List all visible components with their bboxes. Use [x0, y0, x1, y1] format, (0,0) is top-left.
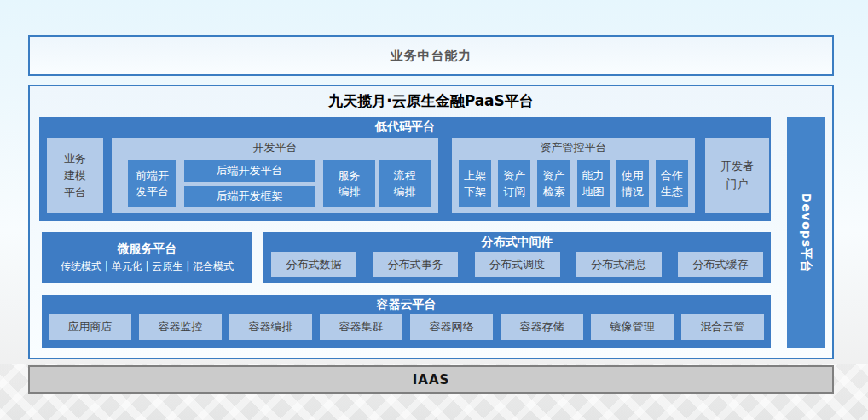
service-orchestration-label: 服务 编排 [339, 168, 361, 201]
lowcode-platform-section: 低代码平台 业务 建模 平台 开发平台 前端开 发平台 [39, 117, 771, 221]
container-item-monitoring: 容器监控 [139, 314, 222, 340]
process-orchestration-box: 流程 编排 [379, 160, 431, 207]
frontend-dev-platform-label: 前端开 发平台 [136, 168, 169, 201]
backend-dev-platform-box: 后端开发平台 [184, 160, 315, 182]
service-orchestration-box: 服务 编排 [323, 160, 375, 207]
asset-control-platform-box: 资产管控平台 上架下架 资产订阅 资产检索 能力地图 使用情况 [452, 138, 695, 213]
middleware-item-data: 分布式数据 [271, 252, 356, 277]
lowcode-platform-title: 低代码平台 [39, 117, 771, 136]
middleware-title: 分布式中间件 [263, 232, 771, 251]
container-item-network: 容器网络 [410, 314, 493, 340]
container-item-image-mgmt: 镜像管理 [591, 314, 674, 340]
container-cloud-section: 容器云平台 应用商店 容器监控 容器编排 容器集群 容器网络 容器存储 镜像管理… [42, 295, 771, 348]
business-modeling-platform-box: 业务 建模 平台 [47, 138, 103, 213]
asset-control-platform-title: 资产管控平台 [452, 138, 695, 157]
process-orchestration-label: 流程 编排 [394, 168, 416, 201]
business-midplatform-label: 业务中台能力 [391, 48, 472, 64]
asset-item-search: 资产检索 [537, 160, 570, 207]
asset-item-usage: 使用情况 [616, 160, 649, 207]
microservice-platform-title: 微服务平台 [118, 242, 177, 257]
microservice-platform-modes: 传统模式 | 单元化 | 云原生 | 混合模式 [61, 260, 234, 274]
container-item-cluster: 容器集群 [320, 314, 402, 340]
middleware-item-messaging: 分布式消息 [576, 252, 662, 277]
container-item-app-store: 应用商店 [49, 314, 131, 340]
asset-item-cooperation: 合作生态 [656, 160, 688, 207]
backend-stack: 后端开发平台 后端开发框架 [184, 160, 315, 207]
asset-item-subscription: 资产订阅 [498, 160, 530, 207]
iaas-label: IAAS [413, 372, 450, 388]
devops-platform-column: Devops平台 [787, 117, 825, 348]
container-item-storage: 容器存储 [501, 314, 583, 340]
container-item-hybrid-cloud: 混合云管 [681, 314, 764, 340]
middleware-item-cache: 分布式缓存 [678, 252, 763, 277]
developer-portal-label: 开发者 门户 [720, 158, 754, 194]
backend-dev-framework-box: 后端开发框架 [184, 186, 315, 207]
business-midplatform-banner: 业务中台能力 [28, 35, 834, 76]
developer-portal-box: 开发者 门户 [705, 138, 769, 213]
middleware-item-transaction: 分布式事务 [373, 252, 458, 277]
business-modeling-platform-label: 业务 建模 平台 [64, 150, 86, 201]
architecture-diagram: 业务中台能力 九天揽月·云原生金融PaaS平台 低代码平台 业务 建模 平台 开… [0, 0, 868, 420]
middleware-section: 分布式中间件 分布式数据 分布式事务 分布式调度 分布式消息 分布式缓存 [263, 232, 771, 283]
microservice-platform-section: 微服务平台 传统模式 | 单元化 | 云原生 | 混合模式 [42, 232, 252, 283]
dev-platform-box: 开发平台 前端开 发平台 后端开发平台 后端开发框架 服务 [112, 138, 438, 213]
dev-platform-title: 开发平台 [112, 138, 438, 157]
container-cloud-title: 容器云平台 [42, 295, 771, 313]
asset-item-listing: 上架下架 [459, 160, 491, 207]
middleware-items: 分布式数据 分布式事务 分布式调度 分布式消息 分布式缓存 [263, 252, 771, 277]
iaas-bar: IAAS [28, 365, 834, 394]
devops-platform-label: Devops平台 [799, 192, 814, 272]
container-item-orchestration: 容器编排 [229, 314, 312, 340]
asset-control-items: 上架下架 资产订阅 资产检索 能力地图 使用情况 合作生态 [452, 160, 695, 207]
paas-platform-box: 九天揽月·云原生金融PaaS平台 低代码平台 业务 建模 平台 开发平台 前端开… [28, 85, 834, 359]
dev-platform-items: 前端开 发平台 后端开发平台 后端开发框架 服务 编排 [112, 160, 438, 207]
asset-item-capability-map: 能力地图 [577, 160, 610, 207]
frontend-dev-platform-box: 前端开 发平台 [128, 160, 176, 207]
middleware-item-scheduling: 分布式调度 [475, 252, 560, 277]
paas-platform-title: 九天揽月·云原生金融PaaS平台 [30, 91, 832, 111]
container-cloud-items: 应用商店 容器监控 容器编排 容器集群 容器网络 容器存储 镜像管理 混合云管 [42, 314, 771, 340]
